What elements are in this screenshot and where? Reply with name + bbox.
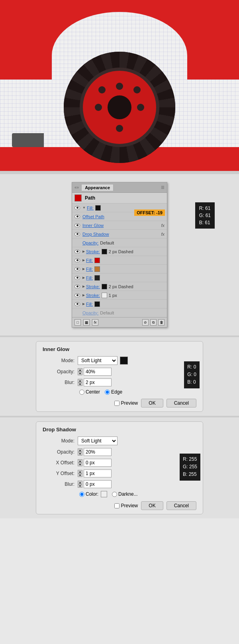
ap-stroke-label-2[interactable]: Stroke: xyxy=(86,284,100,289)
inner-glow-opacity-stepper[interactable]: ▲ ▼ xyxy=(78,368,82,375)
opacity-down-btn[interactable]: ▼ xyxy=(78,372,82,375)
ap-stroke-swatch-3[interactable] xyxy=(102,293,107,298)
ds-rgb-r: R: 255 xyxy=(183,456,197,463)
ds-opacity-up-btn[interactable]: ▲ xyxy=(78,448,82,452)
ds-preview-check[interactable]: Preview xyxy=(114,503,138,508)
ap-path-color-swatch[interactable] xyxy=(74,194,82,202)
inner-glow-cancel-btn[interactable]: Cancel xyxy=(167,399,196,407)
ds-xoffset-input[interactable]: 0 px xyxy=(84,459,112,467)
ap-eye-inner-glow[interactable] xyxy=(74,223,80,227)
blur-down-btn[interactable]: ▼ xyxy=(78,382,82,386)
ap-row-drop-shadow: Drop Shadow fx xyxy=(72,230,167,239)
ds-opacity-input[interactable]: 20% xyxy=(84,448,112,456)
ap-eye-stroke-3[interactable] xyxy=(74,293,80,297)
ap-opacity-label-1[interactable]: Opacity: xyxy=(82,241,98,245)
ap-fill-orange-swatch[interactable] xyxy=(94,266,100,272)
ap-eye-fill-main[interactable] xyxy=(74,206,80,210)
ap-row-stroke-2: ▶ Stroke: 2 px Dashed xyxy=(72,282,167,291)
ds-yoffset-up-btn[interactable]: ▲ xyxy=(78,470,82,473)
ap-arrow-fill-dark: ▶ xyxy=(82,276,85,279)
ap-fill-red-label[interactable]: Fill: xyxy=(86,258,93,263)
ds-color-swatch[interactable] xyxy=(101,491,107,497)
ds-xoffset-up-btn[interactable]: ▲ xyxy=(78,459,82,463)
ds-blur-down-btn[interactable]: ▼ xyxy=(78,484,82,488)
ap-footer-trash-icon[interactable]: 🗑 xyxy=(158,319,165,326)
ap-fill-swatch[interactable] xyxy=(95,205,101,211)
ap-inner-glow-label[interactable]: Inner Glow xyxy=(82,223,104,228)
appearance-tab[interactable]: Appearance xyxy=(81,184,114,191)
inner-glow-edge-radio[interactable]: Edge xyxy=(105,389,122,395)
ap-eye-fill-black[interactable] xyxy=(74,302,80,306)
ap-eye-stroke-2[interactable] xyxy=(74,285,80,289)
ap-eye-fill-orange[interactable] xyxy=(74,267,80,271)
ap-fill-black-label[interactable]: Fill: xyxy=(86,302,93,306)
ap-fill-dark-label[interactable]: Fill: xyxy=(86,275,93,280)
ap-path-label: Path xyxy=(85,195,95,201)
appearance-titlebar: «» Appearance ☰ xyxy=(72,182,167,193)
ap-eye-fill-red[interactable] xyxy=(74,258,80,262)
ap-drop-shadow-label[interactable]: Drop Shadow xyxy=(82,232,109,237)
inner-glow-center-radio[interactable]: Center xyxy=(79,389,100,395)
ap-stroke-label-3[interactable]: Stroke: xyxy=(86,293,100,298)
ds-xoffset-stepper[interactable]: ▲ ▼ xyxy=(78,459,82,466)
wheel-outer xyxy=(64,52,175,163)
ds-darkness-radio[interactable]: Darkne... xyxy=(112,491,138,497)
ap-offset-label[interactable]: Offset Path xyxy=(82,214,104,219)
inner-glow-opacity-input[interactable]: 40% xyxy=(84,368,112,376)
offset-badge: OFFSET: -19 xyxy=(134,209,165,216)
ds-blur-up-btn[interactable]: ▲ xyxy=(78,481,82,484)
ap-footer-fx-icon[interactable]: fx xyxy=(92,319,98,326)
inner-glow-opacity-label: Opacity: xyxy=(43,369,74,374)
ap-fill-red-swatch[interactable] xyxy=(94,258,100,263)
ds-yoffset-input[interactable]: 1 px xyxy=(84,469,112,477)
ds-opacity-down-btn[interactable]: ▼ xyxy=(78,452,82,456)
opacity-up-btn[interactable]: ▲ xyxy=(78,368,82,372)
appearance-menu-icon[interactable]: ☰ xyxy=(161,185,165,190)
ap-fill-orange-label[interactable]: Fill: xyxy=(86,267,93,272)
inner-glow-blur-stepper[interactable]: ▲ ▼ xyxy=(78,379,82,386)
inner-glow-panel: Inner Glow Mode: Soft Light R: 0 G: 0 B:… xyxy=(36,341,203,412)
ds-yoffset-stepper[interactable]: ▲ ▼ xyxy=(78,470,82,477)
ds-yoffset-down-btn[interactable]: ▼ xyxy=(78,473,82,477)
drop-shadow-title: Drop Shadow xyxy=(43,427,196,433)
inner-glow-ok-btn[interactable]: OK xyxy=(141,399,163,407)
ap-footer-square-icon[interactable]: □ xyxy=(74,319,81,326)
ap-footer-grid-icon[interactable]: ▦ xyxy=(83,319,90,326)
appearance-close-arrows[interactable]: «» xyxy=(74,185,79,190)
ds-xoffset-down-btn[interactable]: ▼ xyxy=(78,463,82,466)
ds-color-radio[interactable]: Color: xyxy=(79,491,107,497)
ds-mode-select[interactable]: Soft Light xyxy=(78,436,118,445)
inner-glow-opacity-row: Opacity: ▲ ▼ 40% xyxy=(43,368,196,376)
ap-fill-dark-swatch[interactable] xyxy=(94,275,100,281)
ap-row-opacity-1: Opacity: Default xyxy=(72,239,167,247)
ap-fill-black-swatch[interactable] xyxy=(94,301,100,307)
ds-blur-stepper[interactable]: ▲ ▼ xyxy=(78,481,82,488)
inner-glow-mode-select[interactable]: Soft Light xyxy=(78,356,118,365)
ap-footer-no-icon[interactable]: ⊘ xyxy=(142,319,149,326)
inner-glow-color-swatch[interactable] xyxy=(120,357,128,365)
ap-footer-copy-icon[interactable]: ⧉ xyxy=(150,319,157,326)
ds-cancel-btn[interactable]: Cancel xyxy=(167,501,196,510)
bolt-6 xyxy=(133,86,141,93)
inner-glow-preview-check[interactable]: Preview xyxy=(114,400,138,406)
ap-stroke-swatch-2[interactable] xyxy=(102,284,107,289)
ap-stroke-swatch-1[interactable] xyxy=(102,249,107,254)
inner-glow-blur-input[interactable]: 2 px xyxy=(84,378,112,386)
ap-eye-drop-shadow[interactable] xyxy=(74,232,80,236)
ig-rgb-r: R: 0 xyxy=(187,363,196,371)
ap-opacity-label-2[interactable]: Opacity: xyxy=(82,310,98,315)
ap-stroke-label-1[interactable]: Stroke: xyxy=(86,249,100,254)
ds-blur-input[interactable]: 0 px xyxy=(84,480,112,488)
ap-eye-fill-dark[interactable] xyxy=(74,276,80,280)
blur-up-btn[interactable]: ▲ xyxy=(78,379,82,382)
ds-ok-btn[interactable]: OK xyxy=(141,501,163,510)
ap-drop-shadow-fx: fx xyxy=(161,232,165,237)
bolt-2 xyxy=(95,104,102,111)
ap-eye-stroke-1[interactable] xyxy=(74,250,80,254)
ap-fill-label[interactable]: Fill: xyxy=(87,206,94,210)
ds-yoffset-row: Y Offset: ▲ ▼ 1 px R: 255 G: 255 B: 255 xyxy=(43,469,196,477)
ds-opacity-stepper[interactable]: ▲ ▼ xyxy=(78,448,82,456)
canvas-area xyxy=(0,0,239,171)
drop-shadow-area: Drop Shadow Mode: Soft Light Opacity: ▲ … xyxy=(0,417,239,518)
ap-eye-offset[interactable] xyxy=(74,215,80,219)
